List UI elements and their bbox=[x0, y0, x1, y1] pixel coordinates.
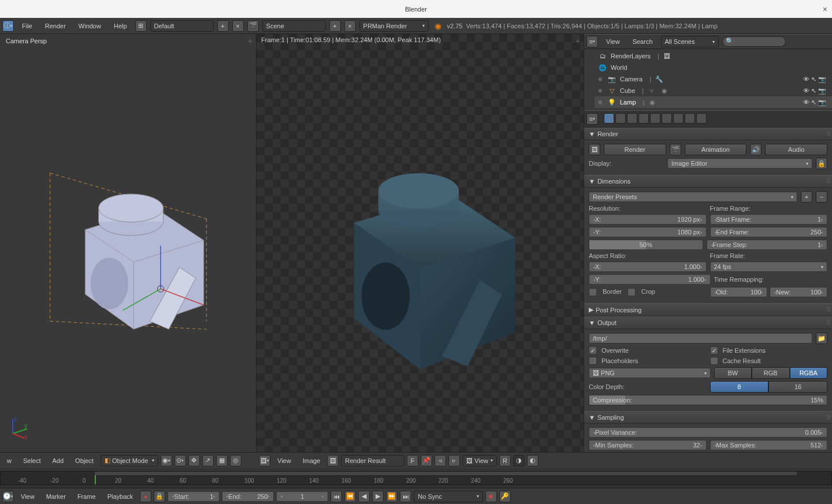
jump-start-icon[interactable]: ⏮ bbox=[330, 491, 342, 502]
sampling-header[interactable]: ▼Sampling⠿ bbox=[584, 411, 832, 424]
object-tab[interactable] bbox=[650, 113, 660, 124]
outliner-item-world[interactable]: 🌐 World bbox=[595, 62, 832, 73]
depth-16-button[interactable]: 16 bbox=[768, 381, 827, 393]
engine-select[interactable]: PRMan Render▾ bbox=[359, 20, 429, 32]
folder-icon[interactable]: 📁 bbox=[816, 333, 827, 344]
outliner-type-icon[interactable]: ≡▾ bbox=[586, 36, 598, 47]
audio-icon[interactable]: 🔊 bbox=[750, 144, 762, 155]
new-frame-field[interactable]: ◂New:100▸ bbox=[770, 287, 827, 297]
outliner-item-cube[interactable]: ⊕ ▽ Cube | ▿ ◉ 👁↖📷 bbox=[595, 85, 832, 96]
aspect-x-field[interactable]: ◂X:1.000▸ bbox=[589, 262, 707, 272]
resolution-y-field[interactable]: ◂Y:1080 px▸ bbox=[589, 227, 707, 237]
sync-select[interactable]: No Sync▾ bbox=[414, 491, 483, 502]
add-scene-button[interactable]: + bbox=[329, 20, 341, 32]
resolution-scale-slider[interactable]: 50% bbox=[589, 240, 703, 250]
start-frame-field[interactable]: ◂Start:1▸ bbox=[168, 491, 220, 502]
remove-preset-button[interactable]: − bbox=[816, 191, 827, 203]
image-slot-select[interactable]: Render Result bbox=[341, 455, 404, 466]
cursor-icon[interactable]: ↖ bbox=[811, 99, 816, 106]
rgba-button[interactable]: RGBA bbox=[790, 367, 828, 379]
format-select[interactable]: 🖼 PNG▾ bbox=[589, 368, 711, 378]
properties-type-icon[interactable]: ≡▾ bbox=[586, 113, 598, 125]
image-image-menu[interactable]: Image bbox=[298, 457, 325, 464]
view3d-select-menu[interactable]: Select bbox=[18, 457, 46, 464]
view3d-object-menu[interactable]: Object bbox=[70, 457, 98, 464]
timeline-marker-menu[interactable]: Marker bbox=[42, 493, 70, 500]
dimensions-header[interactable]: ▼Dimensions⠿ bbox=[584, 175, 832, 188]
manipulator-icon[interactable]: ✥ bbox=[188, 455, 200, 466]
slot-prev-icon[interactable]: ◃ bbox=[434, 455, 446, 466]
lock-icon[interactable]: 🔒 bbox=[154, 491, 165, 502]
render-tab[interactable] bbox=[604, 113, 614, 124]
image-icon[interactable]: 🖼 bbox=[327, 455, 339, 466]
world-tab[interactable] bbox=[638, 113, 649, 124]
transform-axis-icon[interactable]: ↗ bbox=[202, 455, 214, 466]
depth-8-button[interactable]: 8 bbox=[710, 381, 769, 393]
outliner-item-camera[interactable]: ⊕ 📷 Camera | 🔧 👁↖📷 bbox=[595, 73, 832, 85]
remove-scene-button[interactable]: × bbox=[344, 20, 356, 32]
pixel-variance-field[interactable]: ◂Pixel Variance:0.005▸ bbox=[589, 427, 827, 438]
window-menu[interactable]: Window bbox=[74, 23, 106, 29]
lock-icon[interactable]: 🔒 bbox=[816, 158, 827, 169]
expand-icon[interactable]: + bbox=[248, 36, 252, 46]
file-menu[interactable]: File bbox=[17, 23, 37, 29]
placeholders-checkbox[interactable] bbox=[589, 357, 597, 365]
timeline-type-icon[interactable]: 🕐▾ bbox=[2, 491, 14, 502]
expand-icon[interactable]: + bbox=[575, 36, 580, 46]
render-presets-select[interactable]: Render Presets▾ bbox=[589, 192, 797, 202]
outliner-item-renderlayers[interactable]: 🗂 RenderLayers | 🖼 bbox=[595, 50, 832, 62]
outliner-search-menu[interactable]: Search bbox=[628, 38, 658, 45]
close-icon[interactable]: × bbox=[823, 5, 827, 14]
image-editor[interactable]: Frame:1 | Time:01:08.59 | Mem:32.24M (0.… bbox=[257, 34, 584, 468]
end-frame-field[interactable]: ◂End:250▸ bbox=[222, 491, 274, 502]
mode-select[interactable]: ◧ Object Mode▾ bbox=[101, 455, 158, 466]
camera-toggle-icon[interactable]: 📷 bbox=[818, 76, 826, 83]
border-checkbox[interactable] bbox=[589, 288, 597, 296]
cursor-icon[interactable]: ↖ bbox=[811, 87, 816, 95]
add-preset-button[interactable]: + bbox=[801, 191, 812, 203]
outliner-item-lamp[interactable]: ⊕ 💡 Lamp | ◉ 👁↖📷 bbox=[595, 96, 832, 108]
timeline-frame-menu[interactable]: Frame bbox=[73, 493, 101, 500]
play-reverse-icon[interactable]: ◀ bbox=[358, 491, 370, 502]
eye-icon[interactable]: 👁 bbox=[803, 99, 809, 106]
min-samples-field[interactable]: ◂Min Samples:32▸ bbox=[589, 440, 707, 450]
timeline-ruler[interactable]: -40-200204060801001201401601802002202402… bbox=[0, 471, 832, 485]
key-icon[interactable]: 🔑 bbox=[499, 491, 511, 502]
pivot-icon[interactable]: ⊙▾ bbox=[174, 455, 186, 466]
play-icon[interactable]: ▶ bbox=[372, 491, 384, 502]
post-processing-header[interactable]: ▶Post Processing⠿ bbox=[584, 303, 832, 316]
channel-a-icon[interactable]: ◑ bbox=[513, 455, 525, 466]
auto-key-icon[interactable]: ● bbox=[140, 491, 151, 502]
view-mode-select[interactable]: 🖼 View▾ bbox=[462, 455, 497, 466]
animation-icon[interactable]: 🎬 bbox=[670, 144, 681, 155]
constraint-tab[interactable] bbox=[662, 113, 672, 124]
render-menu[interactable]: Render bbox=[40, 23, 70, 29]
channel-z-icon[interactable]: ◐ bbox=[527, 455, 538, 466]
outliner-view-menu[interactable]: View bbox=[601, 38, 625, 45]
proportional-icon[interactable]: ◎ bbox=[230, 455, 242, 466]
start-frame-field[interactable]: ◂Start Frame:1▸ bbox=[710, 214, 828, 225]
render-image-icon[interactable]: 🖼 bbox=[589, 144, 600, 155]
f-button[interactable]: F bbox=[407, 455, 418, 466]
particles-tab[interactable] bbox=[696, 113, 707, 124]
output-path-field[interactable]: /tmp/ bbox=[589, 333, 812, 344]
overwrite-checkbox[interactable] bbox=[589, 346, 597, 354]
render-layers-tab[interactable] bbox=[615, 113, 626, 124]
image-view-menu[interactable]: View bbox=[273, 457, 296, 464]
frame-step-field[interactable]: ◂Frame Step:1▸ bbox=[707, 240, 828, 250]
current-frame-field[interactable]: ◂1▸ bbox=[276, 491, 328, 502]
output-header[interactable]: ▼Output⠿ bbox=[584, 316, 832, 329]
channel-r-icon[interactable]: R bbox=[499, 455, 511, 466]
audio-button[interactable]: Audio bbox=[765, 144, 827, 155]
help-menu[interactable]: Help bbox=[109, 23, 132, 29]
image-editor-type-icon[interactable]: 🖼▾ bbox=[259, 455, 270, 466]
resolution-x-field[interactable]: ◂X:1920 px▸ bbox=[589, 214, 707, 225]
keyframe-prev-icon[interactable]: ⏪ bbox=[344, 491, 356, 502]
info-icon[interactable]: ⓘ▾ bbox=[2, 20, 14, 32]
remove-layout-button[interactable]: × bbox=[232, 20, 244, 32]
eye-icon[interactable]: 👁 bbox=[803, 87, 809, 95]
record-icon[interactable]: ◉ bbox=[485, 491, 497, 502]
slot-next-icon[interactable]: ▹ bbox=[448, 455, 460, 466]
scene-tab[interactable] bbox=[627, 113, 637, 124]
eye-icon[interactable]: 👁 bbox=[803, 76, 809, 83]
